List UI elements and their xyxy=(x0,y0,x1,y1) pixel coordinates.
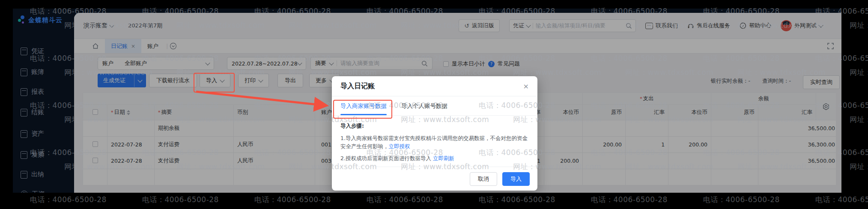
watermark-text: 网址：www.tdxsoft.com xyxy=(850,115,868,125)
watermark-text: 电话：4006-6500-28 xyxy=(254,195,331,205)
annotation-box-import-button xyxy=(194,73,235,93)
import-step-1: 1.导入商家账号数据需支付宝先授权精斗云调用您的交易数据，不会对您的资金安全产生… xyxy=(340,134,529,150)
watermark-text: 电话：4006-6500-28 xyxy=(703,195,780,205)
confirm-import-button[interactable]: 导入 xyxy=(502,172,530,186)
import-steps-title: 导入步骤: xyxy=(340,122,529,130)
screenshot-canvas: 金蝶精斗云 凭证 账簿 报表 结账 资产 发票 出纳 ¥工资 演示账套 2022… xyxy=(0,0,868,209)
watermark-text: 电话：4006-6500-28 xyxy=(30,195,107,205)
watermark-text: 电话：4006-6500-28 xyxy=(367,195,443,205)
modal-header: 导入日记账 × xyxy=(332,76,537,96)
authorize-now-link[interactable]: 立即授权 xyxy=(389,143,410,149)
tab-personal-account-data[interactable]: 导入个人账号数据 xyxy=(401,102,447,115)
watermark-text: 网址：www.tdxsoft.com xyxy=(850,68,868,78)
modal-title: 导入日记账 xyxy=(340,82,375,91)
annotation-box-merchant-tab xyxy=(333,100,392,119)
watermark-text: 电话：4006-6500-28 xyxy=(815,195,868,205)
watermark-text: 网址：www.tdxsoft.com xyxy=(850,21,868,30)
refresh-now-link[interactable]: 立即刷新 xyxy=(433,155,454,161)
watermark-text: 电话：4006-6500-28 xyxy=(142,195,219,205)
watermark-text: 电话：4006-6500-28 xyxy=(591,195,668,205)
watermark-text: 网址：www.tdxsoft.com xyxy=(850,162,868,172)
close-icon[interactable]: × xyxy=(523,82,529,90)
cancel-button[interactable]: 取消 xyxy=(470,172,497,186)
import-journal-modal: 导入日记账 × 导入商家账号数据 导入个人账号数据 导入步骤: 1.导入商家账号… xyxy=(332,76,537,191)
modal-footer: 取消 导入 xyxy=(332,167,537,191)
import-step-2: 2.授权成功后需刷新页面进行数据导入 立即刷新 xyxy=(340,154,529,162)
watermark-text: 电话：4006-6500-28 xyxy=(479,195,555,205)
modal-body: 导入步骤: 1.导入商家账号数据需支付宝先授权精斗云调用您的交易数据，不会对您的… xyxy=(332,116,537,162)
